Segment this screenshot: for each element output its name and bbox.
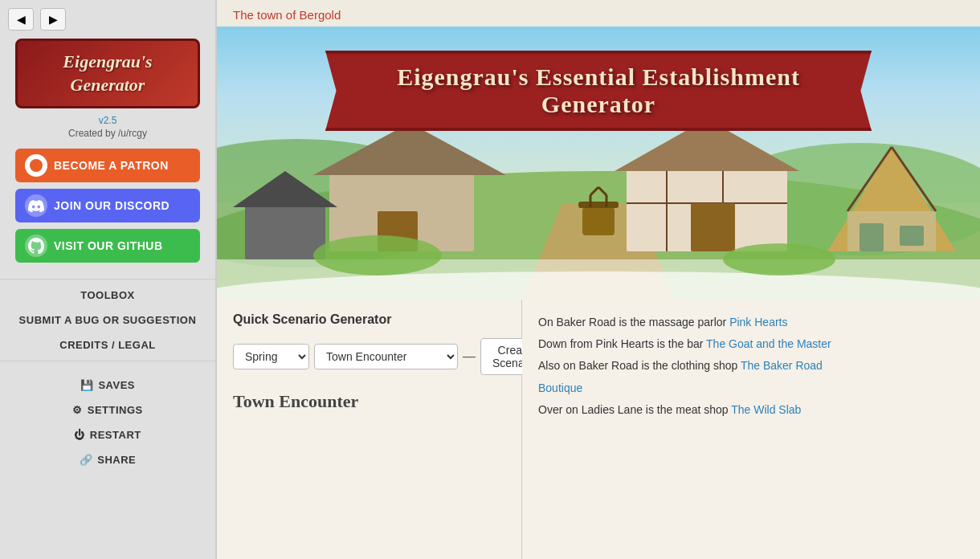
bug-link[interactable]: SUBMIT A BUG OR SUGGESTION	[0, 308, 215, 333]
settings-label: SETTINGS	[88, 404, 143, 416]
logo-text: Eigengrau's Generator	[26, 51, 190, 96]
version-link[interactable]: v2.5	[99, 115, 117, 126]
svg-rect-7	[578, 202, 619, 208]
wild-slab-link[interactable]: The Wild Slab	[731, 403, 801, 416]
bottom-panel: Quick Scenario Generator Spring Summer A…	[217, 300, 980, 559]
info-line-2-prefix: Down from Pink Hearts is the bar	[538, 337, 706, 350]
created-by-text: Created by /u/rcgy	[68, 128, 147, 139]
main-content: The town of Bergold	[217, 0, 980, 559]
nav-arrows: ◀ ▶	[8, 8, 66, 31]
share-label: SHARE	[97, 454, 136, 466]
info-line-3: Also on Baker Road is the clothing shop …	[538, 356, 964, 376]
discord-icon	[25, 194, 47, 217]
info-line-5-prefix: Over on Ladies Lane is the meat shop	[538, 403, 731, 416]
town-label: The town of Bergold	[217, 0, 980, 27]
restart-icon: ⏻	[74, 429, 85, 441]
banner-overlay: Eigengrau's Essential Establishment Gene…	[325, 51, 872, 131]
logo-box: Eigengrau's Generator	[15, 39, 200, 108]
info-line-2: Down from Pink Hearts is the bar The Goa…	[538, 334, 964, 354]
sidebar-divider-2	[0, 361, 215, 361]
svg-rect-27	[900, 226, 924, 246]
pink-hearts-link[interactable]: Pink Hearts	[729, 316, 787, 328]
patreon-icon	[25, 154, 47, 177]
github-label: VISIT OUR GITHUB	[54, 239, 163, 252]
github-icon	[25, 235, 47, 257]
info-panel: On Baker Road is the massage parlor Pink…	[522, 300, 980, 559]
restart-button[interactable]: ⏻ RESTART	[0, 422, 215, 447]
settings-icon: ⚙	[72, 404, 83, 416]
baker-road-boutique-link[interactable]: The Baker Road	[741, 359, 823, 372]
svg-rect-21	[691, 203, 735, 251]
patreon-icon-inner	[30, 159, 43, 172]
svg-rect-6	[582, 207, 615, 235]
info-line-3-prefix: Also on Baker Road is the clothing shop	[538, 359, 741, 372]
discord-button[interactable]: JOIN OUR DISCORD	[15, 189, 200, 222]
svg-rect-26	[860, 223, 884, 251]
saves-button[interactable]: 💾 SAVES	[0, 373, 215, 398]
season-select[interactable]: Spring Summer Autumn Winter	[233, 344, 309, 369]
patreon-label: BECOME A PATRON	[54, 159, 169, 172]
github-button[interactable]: VISIT OUR GITHUB	[15, 229, 200, 263]
patreon-button[interactable]: BECOME A PATRON	[15, 149, 200, 182]
hero-area: Eigengrau's Essential Establishment Gene…	[217, 27, 980, 300]
town-encounter-label: Town Encounter	[233, 391, 505, 412]
svg-point-33	[723, 243, 835, 275]
info-line-1-prefix: On Baker Road is the massage parlor	[538, 316, 729, 328]
dash: —	[463, 349, 476, 364]
saves-icon: 💾	[80, 379, 94, 391]
boutique-link[interactable]: Boutique	[538, 382, 582, 394]
discord-label: JOIN OUR DISCORD	[54, 199, 169, 212]
nav-forward-button[interactable]: ▶	[40, 8, 66, 31]
goat-master-link[interactable]: The Goat and the Master	[706, 337, 831, 350]
share-button[interactable]: 🔗 SHARE	[0, 447, 215, 472]
scenario-title: Quick Scenario Generator	[233, 312, 505, 327]
version-text: v2.5	[99, 115, 117, 126]
scenario-panel: Quick Scenario Generator Spring Summer A…	[217, 300, 522, 559]
info-line-1: On Baker Road is the massage parlor Pink…	[538, 312, 964, 333]
toolbox-link[interactable]: TOOLBOX	[0, 283, 215, 308]
svg-point-32	[313, 235, 442, 275]
sidebar: ◀ ▶ Eigengrau's Generator v2.5 Created b…	[0, 0, 217, 559]
nav-back-button[interactable]: ◀	[8, 8, 34, 31]
sidebar-bottom: 💾 SAVES ⚙ SETTINGS ⏻ RESTART 🔗 SHARE	[0, 373, 215, 472]
scenario-controls: Spring Summer Autumn Winter Town Encount…	[233, 338, 505, 375]
info-line-5: Over on Ladies Lane is the meat shop The…	[538, 400, 964, 420]
svg-rect-28	[245, 203, 325, 259]
sidebar-divider-1	[0, 279, 215, 280]
info-line-4: Boutique	[538, 378, 964, 398]
encounter-select[interactable]: Town Encounter Dungeon Encounter Wildern…	[314, 344, 458, 369]
share-icon: 🔗	[80, 454, 93, 466]
settings-button[interactable]: ⚙ SETTINGS	[0, 398, 215, 422]
saves-label: SAVES	[98, 379, 135, 391]
restart-label: RESTART	[90, 429, 141, 441]
credits-link[interactable]: CREDITS / LEGAL	[0, 333, 215, 357]
banner-title: Eigengrau's Essential Establishment Gene…	[357, 63, 839, 118]
